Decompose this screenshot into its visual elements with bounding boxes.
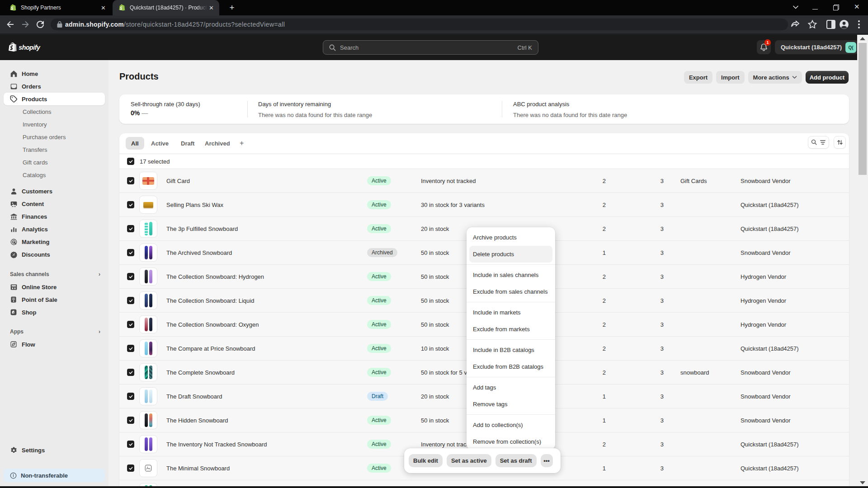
svg-text:shopify: shopify [19,44,41,51]
